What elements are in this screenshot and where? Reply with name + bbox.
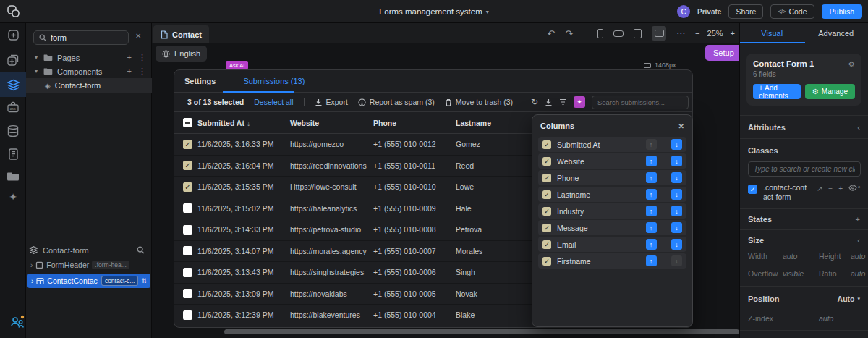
add-class-icon[interactable]: + — [838, 185, 843, 193]
class-name[interactable]: .contact-contact-form — [763, 183, 811, 202]
column-item[interactable]: ✓Firstname↑ ↓ — [538, 253, 686, 269]
row-checkbox[interactable] — [183, 310, 192, 320]
reorder-icon[interactable]: ⇅ — [141, 277, 147, 284]
column-checkbox[interactable]: ✓ — [542, 240, 551, 249]
move-down-button[interactable]: ↓ — [671, 206, 682, 216]
download-icon[interactable] — [545, 98, 553, 106]
tab-submissions[interactable]: Submissions (13) — [243, 77, 305, 85]
frames-icon[interactable] — [0, 54, 26, 67]
phone-view-icon[interactable] — [597, 29, 603, 38]
move-down-button[interactable]: ↓ — [671, 189, 682, 200]
setup-button[interactable]: Setup — [705, 45, 742, 61]
caret-down-icon[interactable]: ▾ — [35, 68, 43, 75]
avatar[interactable]: C — [677, 5, 690, 18]
outline-layers-icon[interactable] — [0, 78, 26, 92]
zoom-in-button[interactable]: + — [731, 29, 735, 38]
column-item[interactable]: ✓Website↑ ↓ — [538, 153, 686, 169]
class-checkbox[interactable]: ✓ — [748, 185, 757, 194]
manage-button[interactable]: ⚙ Manage — [805, 84, 855, 99]
ask-ai-button[interactable]: Ask AI — [226, 61, 248, 69]
canvas-horizontal-scrollbar[interactable] — [224, 329, 739, 334]
section-classes[interactable]: Classes − — [740, 139, 868, 161]
add-component-icon[interactable]: + — [127, 67, 132, 76]
expand-icon[interactable]: › — [30, 261, 33, 269]
row-checkbox[interactable] — [183, 246, 192, 255]
width-value[interactable]: auto — [783, 252, 819, 261]
language-button[interactable]: English — [156, 46, 207, 62]
refresh-icon[interactable]: ↻ — [531, 97, 538, 107]
desktop-view-icon[interactable] — [652, 26, 666, 41]
redo-icon[interactable]: ↷ — [565, 28, 573, 39]
frame-tab-contact[interactable]: Contact — [153, 25, 209, 43]
column-checkbox[interactable]: ✓ — [542, 157, 551, 166]
preview-class-icon[interactable]: c — [848, 185, 860, 191]
add-page-icon[interactable]: + — [127, 53, 132, 62]
section-margin[interactable]: Margin − — [740, 331, 868, 338]
section-position[interactable]: Position Auto ▾ — [740, 288, 868, 310]
move-up-button[interactable]: ↑ — [646, 239, 657, 250]
collapse-icon[interactable]: − — [856, 146, 860, 155]
collaborators-icon[interactable] — [4, 313, 30, 331]
tree-item-contact-form[interactable]: ◈ Contact-form — [26, 78, 152, 93]
select-all-checkbox[interactable] — [183, 118, 192, 127]
row-checkbox[interactable] — [183, 203, 192, 213]
move-up-button[interactable]: ↑ — [646, 255, 657, 266]
move-down-button[interactable]: ↓ — [671, 172, 682, 183]
move-trash-button[interactable]: Move to trash (3) — [445, 98, 513, 106]
class-chip[interactable]: contact-c... — [101, 276, 139, 286]
column-checkbox[interactable]: ✓ — [542, 224, 551, 232]
tab-visual[interactable]: Visual — [740, 23, 804, 43]
landscape-view-icon[interactable] — [613, 30, 624, 37]
row-checkbox[interactable]: ✓ — [183, 161, 192, 170]
expand-icon[interactable]: › — [31, 277, 33, 285]
class-search-input[interactable] — [748, 161, 861, 177]
ai-sparkle-button[interactable]: ✦ — [574, 96, 585, 108]
ratio-value[interactable]: auto — [851, 269, 865, 278]
report-spam-button[interactable]: Report as spam (3) — [358, 98, 435, 106]
undo-icon[interactable]: ↶ — [547, 28, 555, 39]
clear-search-icon[interactable]: ✕ — [135, 32, 141, 40]
row-checkbox[interactable] — [183, 268, 192, 277]
zoom-out-button[interactable]: − — [695, 29, 699, 38]
tree-folder-pages[interactable]: ▾ Pages +⋮ — [26, 51, 152, 64]
column-item[interactable]: ✓Industry↑ ↓ — [538, 203, 686, 219]
code-button[interactable]: </> Code — [770, 4, 814, 19]
insert-icon[interactable] — [0, 29, 26, 41]
column-item[interactable]: ✓Message↑ ↓ — [538, 220, 686, 235]
col-website[interactable]: Website — [290, 119, 373, 127]
section-size[interactable]: Size ‹ — [740, 230, 868, 250]
pages-doc-icon[interactable] — [0, 148, 26, 161]
overflow-value[interactable]: visible — [783, 269, 819, 278]
column-item[interactable]: ✓Submitted At↑ ↓ — [538, 137, 686, 152]
submissions-search-input[interactable] — [592, 96, 689, 109]
column-checkbox[interactable]: ✓ — [542, 257, 551, 266]
column-checkbox[interactable]: ✓ — [542, 207, 551, 216]
collapse-icon[interactable]: ‹ — [857, 123, 860, 132]
close-icon[interactable]: ✕ — [678, 122, 684, 130]
move-down-button[interactable]: ↓ — [671, 156, 682, 166]
tab-advanced[interactable]: Advanced — [804, 23, 868, 43]
zoom-level[interactable]: 25% — [707, 29, 723, 38]
open-class-icon[interactable]: ↗ — [817, 185, 822, 193]
move-down-button[interactable]: ↓ — [671, 255, 682, 266]
row-checkbox[interactable]: ✓ — [183, 140, 192, 149]
project-search-input[interactable] — [51, 33, 116, 42]
ai-sparkles-icon[interactable]: ✦ — [0, 191, 26, 203]
height-value[interactable]: auto — [851, 252, 865, 261]
publish-button[interactable]: Publish — [822, 4, 862, 19]
form-settings-icon[interactable]: ⚙ — [848, 60, 855, 68]
tablet-view-icon[interactable] — [634, 29, 642, 38]
move-down-button[interactable]: ↓ — [671, 139, 682, 150]
col-phone[interactable]: Phone — [373, 119, 456, 127]
more-options-icon[interactable]: ⋮ — [138, 67, 146, 76]
data-icon[interactable] — [0, 124, 26, 139]
col-submitted-at[interactable]: Submitted At ↓ — [197, 119, 290, 127]
move-up-button[interactable]: ↑ — [646, 156, 657, 166]
column-checkbox[interactable]: ✓ — [542, 140, 551, 149]
row-checkbox[interactable] — [183, 225, 192, 235]
zindex-value[interactable]: auto — [819, 314, 833, 323]
column-item[interactable]: ✓Email↑ ↓ — [538, 237, 686, 252]
section-attributes[interactable]: Attributes ‹ — [740, 116, 868, 138]
add-state-icon[interactable]: + — [856, 215, 860, 224]
move-up-button[interactable]: ↑ — [646, 222, 657, 233]
